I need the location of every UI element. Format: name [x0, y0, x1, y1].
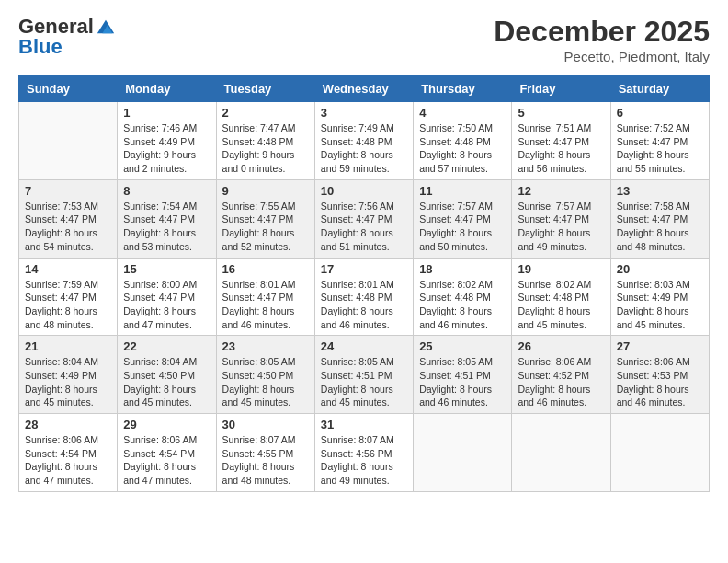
table-row: 21Sunrise: 8:04 AMSunset: 4:49 PMDayligh…: [19, 336, 118, 414]
table-row: 7Sunrise: 7:53 AMSunset: 4:47 PMDaylight…: [19, 179, 118, 258]
table-row: 14Sunrise: 7:59 AMSunset: 4:47 PMDayligh…: [19, 258, 118, 336]
table-row: 11Sunrise: 7:57 AMSunset: 4:47 PMDayligh…: [414, 179, 512, 258]
header: General Blue December 2025 Pecetto, Pied…: [18, 15, 710, 64]
table-row: [512, 414, 610, 492]
day-number: 9: [222, 184, 309, 198]
day-info: Sunrise: 7:55 AMSunset: 4:47 PMDaylight:…: [222, 200, 309, 254]
table-row: 15Sunrise: 8:00 AMSunset: 4:47 PMDayligh…: [118, 258, 216, 336]
day-info: Sunrise: 8:03 AMSunset: 4:49 PMDaylight:…: [617, 278, 703, 332]
table-row: 16Sunrise: 8:01 AMSunset: 4:47 PMDayligh…: [216, 258, 314, 336]
day-info: Sunrise: 8:05 AMSunset: 4:51 PMDaylight:…: [419, 355, 506, 409]
day-info: Sunrise: 8:02 AMSunset: 4:48 PMDaylight:…: [419, 278, 506, 332]
calendar-table: Sunday Monday Tuesday Wednesday Thursday…: [18, 75, 710, 492]
col-monday: Monday: [118, 76, 216, 102]
table-row: 13Sunrise: 7:58 AMSunset: 4:47 PMDayligh…: [610, 179, 709, 258]
col-friday: Friday: [512, 76, 610, 102]
day-info: Sunrise: 8:06 AMSunset: 4:52 PMDaylight:…: [518, 355, 604, 409]
table-row: 6Sunrise: 7:52 AMSunset: 4:47 PMDaylight…: [610, 102, 709, 180]
day-info: Sunrise: 7:51 AMSunset: 4:47 PMDaylight:…: [518, 121, 604, 176]
month-title: December 2025: [494, 15, 710, 49]
day-info: Sunrise: 8:04 AMSunset: 4:49 PMDaylight:…: [25, 355, 111, 409]
day-number: 15: [123, 262, 210, 276]
calendar-header-row: Sunday Monday Tuesday Wednesday Thursday…: [19, 76, 710, 102]
day-number: 28: [25, 418, 111, 431]
table-row: 1Sunrise: 7:46 AMSunset: 4:49 PMDaylight…: [118, 102, 216, 180]
table-row: 2Sunrise: 7:47 AMSunset: 4:48 PMDaylight…: [216, 102, 314, 180]
day-number: 14: [25, 262, 111, 276]
calendar-week-row: 21Sunrise: 8:04 AMSunset: 4:49 PMDayligh…: [19, 336, 710, 414]
calendar-week-row: 14Sunrise: 7:59 AMSunset: 4:47 PMDayligh…: [19, 258, 710, 336]
table-row: 22Sunrise: 8:04 AMSunset: 4:50 PMDayligh…: [118, 336, 216, 414]
col-saturday: Saturday: [610, 76, 709, 102]
day-number: 21: [25, 339, 111, 353]
page-container: General Blue December 2025 Pecetto, Pied…: [0, 0, 728, 501]
table-row: [414, 414, 512, 492]
day-number: 13: [617, 184, 703, 198]
day-info: Sunrise: 8:07 AMSunset: 4:55 PMDaylight:…: [222, 433, 309, 488]
day-info: Sunrise: 7:58 AMSunset: 4:47 PMDaylight:…: [617, 200, 703, 254]
logo-icon: [96, 17, 116, 37]
table-row: 9Sunrise: 7:55 AMSunset: 4:47 PMDaylight…: [216, 179, 314, 258]
day-number: 23: [222, 339, 309, 353]
day-number: 26: [518, 339, 604, 353]
table-row: [610, 414, 709, 492]
calendar-week-row: 28Sunrise: 8:06 AMSunset: 4:54 PMDayligh…: [19, 414, 710, 492]
day-number: 16: [222, 262, 309, 276]
day-info: Sunrise: 7:47 AMSunset: 4:48 PMDaylight:…: [222, 121, 309, 176]
table-row: 28Sunrise: 8:06 AMSunset: 4:54 PMDayligh…: [19, 414, 118, 492]
day-info: Sunrise: 8:05 AMSunset: 4:51 PMDaylight:…: [321, 355, 407, 409]
table-row: 27Sunrise: 8:06 AMSunset: 4:53 PMDayligh…: [610, 336, 709, 414]
day-number: 22: [123, 339, 210, 353]
day-info: Sunrise: 7:46 AMSunset: 4:49 PMDaylight:…: [123, 121, 210, 176]
day-info: Sunrise: 8:01 AMSunset: 4:47 PMDaylight:…: [222, 278, 309, 332]
day-number: 25: [419, 339, 506, 353]
day-number: 10: [321, 184, 407, 198]
day-number: 12: [518, 184, 604, 198]
day-number: 18: [419, 262, 506, 276]
day-number: 7: [25, 184, 111, 198]
day-info: Sunrise: 8:04 AMSunset: 4:50 PMDaylight:…: [123, 355, 210, 409]
day-info: Sunrise: 7:56 AMSunset: 4:47 PMDaylight:…: [321, 200, 407, 254]
day-number: 5: [518, 106, 604, 120]
day-number: 4: [419, 106, 506, 120]
title-section: December 2025 Pecetto, Piedmont, Italy: [494, 15, 710, 64]
table-row: 17Sunrise: 8:01 AMSunset: 4:48 PMDayligh…: [314, 258, 413, 336]
col-thursday: Thursday: [414, 76, 512, 102]
day-number: 29: [123, 418, 210, 431]
day-info: Sunrise: 7:50 AMSunset: 4:48 PMDaylight:…: [419, 121, 506, 176]
day-info: Sunrise: 7:49 AMSunset: 4:48 PMDaylight:…: [321, 121, 407, 176]
logo: General Blue: [18, 15, 116, 59]
table-row: [19, 102, 118, 180]
day-number: 1: [123, 106, 210, 120]
day-number: 30: [222, 418, 309, 431]
day-info: Sunrise: 8:07 AMSunset: 4:56 PMDaylight:…: [321, 433, 407, 488]
table-row: 8Sunrise: 7:54 AMSunset: 4:47 PMDaylight…: [118, 179, 216, 258]
day-info: Sunrise: 7:59 AMSunset: 4:47 PMDaylight:…: [25, 278, 111, 332]
day-info: Sunrise: 8:01 AMSunset: 4:48 PMDaylight:…: [321, 278, 407, 332]
day-number: 27: [617, 339, 703, 353]
col-wednesday: Wednesday: [314, 76, 413, 102]
table-row: 18Sunrise: 8:02 AMSunset: 4:48 PMDayligh…: [414, 258, 512, 336]
day-number: 19: [518, 262, 604, 276]
calendar-week-row: 1Sunrise: 7:46 AMSunset: 4:49 PMDaylight…: [19, 102, 710, 180]
day-number: 31: [321, 418, 407, 431]
col-tuesday: Tuesday: [216, 76, 314, 102]
day-number: 17: [321, 262, 407, 276]
table-row: 31Sunrise: 8:07 AMSunset: 4:56 PMDayligh…: [314, 414, 413, 492]
day-info: Sunrise: 8:06 AMSunset: 4:53 PMDaylight:…: [617, 355, 703, 409]
table-row: 3Sunrise: 7:49 AMSunset: 4:48 PMDaylight…: [314, 102, 413, 180]
table-row: 26Sunrise: 8:06 AMSunset: 4:52 PMDayligh…: [512, 336, 610, 414]
table-row: 12Sunrise: 7:57 AMSunset: 4:47 PMDayligh…: [512, 179, 610, 258]
day-info: Sunrise: 8:06 AMSunset: 4:54 PMDaylight:…: [123, 433, 210, 488]
day-number: 8: [123, 184, 210, 198]
day-info: Sunrise: 8:06 AMSunset: 4:54 PMDaylight:…: [25, 433, 111, 488]
table-row: 5Sunrise: 7:51 AMSunset: 4:47 PMDaylight…: [512, 102, 610, 180]
table-row: 24Sunrise: 8:05 AMSunset: 4:51 PMDayligh…: [314, 336, 413, 414]
day-info: Sunrise: 8:00 AMSunset: 4:47 PMDaylight:…: [123, 278, 210, 332]
table-row: 29Sunrise: 8:06 AMSunset: 4:54 PMDayligh…: [118, 414, 216, 492]
day-info: Sunrise: 7:52 AMSunset: 4:47 PMDaylight:…: [617, 121, 703, 176]
day-number: 2: [222, 106, 309, 120]
table-row: 25Sunrise: 8:05 AMSunset: 4:51 PMDayligh…: [414, 336, 512, 414]
subtitle: Pecetto, Piedmont, Italy: [494, 49, 710, 64]
day-info: Sunrise: 7:53 AMSunset: 4:47 PMDaylight:…: [25, 200, 111, 254]
